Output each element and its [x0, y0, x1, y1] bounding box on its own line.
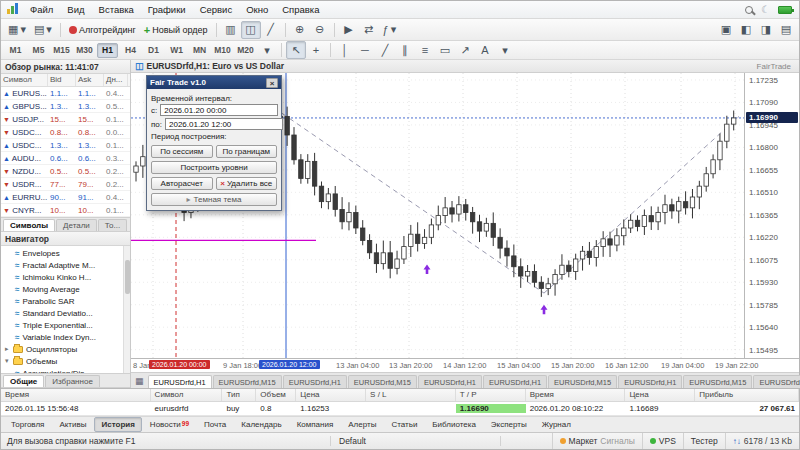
autoscroll-button[interactable]: ▶	[339, 21, 359, 39]
timeframe-M15[interactable]: M15	[51, 43, 72, 58]
tree-item-indicator[interactable]: ≈Accumulation/Dis...	[1, 367, 130, 373]
mw-col-0[interactable]: Символ	[1, 74, 48, 86]
chart-tab[interactable]: EURUSDrfd,H1	[753, 375, 800, 388]
tbx-col-5[interactable]: S / L	[366, 389, 456, 401]
timeframe-H1[interactable]: H1	[97, 43, 118, 58]
chart-tab[interactable]: EURUSDrfd,M15	[683, 375, 752, 388]
market-row[interactable]: ▲ AUDU...0.6...0.6...0.3...	[1, 152, 130, 165]
chart-tab[interactable]: EURUSDrfd,H1	[283, 375, 347, 388]
toolbox-tab-Компания[interactable]: Компания	[290, 417, 341, 432]
tree-item-indicator[interactable]: ≈Fractal Adaptive M...	[1, 259, 130, 271]
tree-item-indicator[interactable]: ≈Moving Average	[1, 283, 130, 295]
trendline-tool-button[interactable]: ╱	[375, 41, 395, 59]
twisty-icon[interactable]: ▸	[5, 345, 13, 353]
tbx-col-6[interactable]: T / P	[456, 389, 526, 401]
objects-dropdown-button[interactable]: ▾	[495, 41, 515, 59]
chart-tab[interactable]: EURUSDrfd,H1	[483, 375, 547, 388]
mw-tab-Детали[interactable]: Детали	[56, 219, 97, 231]
nav-tab-Избранное[interactable]: Избранное	[45, 375, 100, 387]
tile-windows-button[interactable]: ▣	[716, 21, 736, 39]
line-chart-mode-button[interactable]: ╱	[261, 21, 281, 39]
toolbox-tab-Эксперты[interactable]: Эксперты	[484, 417, 534, 432]
tester-status[interactable]: Тестер	[683, 433, 725, 449]
navigator-scrollbar[interactable]	[123, 246, 130, 373]
cursor-tool-button[interactable]: ↖	[286, 41, 306, 59]
chart-tab[interactable]: EURUSDrfd,M15	[348, 375, 417, 388]
tbx-col-4[interactable]: Цена	[296, 389, 366, 401]
text-tool-button[interactable]: A	[475, 41, 495, 59]
new-chart-button[interactable]: ▦▾	[4, 21, 30, 39]
windows-icon[interactable]: ▦	[135, 376, 144, 386]
tree-item-indicator[interactable]: ≈Triple Exponential...	[1, 319, 130, 331]
market-row[interactable]: ▼ USDR...77...79...0.2...	[1, 178, 130, 191]
to-date-input[interactable]	[165, 118, 283, 130]
market-row[interactable]: ▼ USDC...0.8...0.8...0.0...	[1, 126, 130, 139]
market-row[interactable]: ▲ USDC...1.3...1.3...0.1...	[1, 139, 130, 152]
dialog-titlebar[interactable]: Fair Trade v1.0 ×	[147, 76, 281, 89]
indicators-button[interactable]: ƒ▾	[379, 21, 401, 39]
mw-tab-То...[interactable]: То...	[98, 219, 127, 231]
arrows-tool-button[interactable]: ↗	[455, 41, 475, 59]
tbx-col-3[interactable]: Объем	[256, 389, 296, 401]
mw-col-1[interactable]: Bid	[48, 74, 76, 86]
tree-item-indicator[interactable]: ≈Standard Deviatio...	[1, 307, 130, 319]
chart-tab[interactable]: EURUSDrfd,M15	[548, 375, 617, 388]
market-row[interactable]: ▼ USDJP...15...15...0.1...	[1, 113, 130, 126]
vps-status[interactable]: VPS	[642, 433, 683, 449]
toolbox-tab-Алерты[interactable]: Алерты	[341, 417, 383, 432]
market-row[interactable]: ▲ GBPUS...1.3...1.3...0.5...	[1, 100, 130, 113]
market-row[interactable]: ▲ EURUS...1.1...1.1...0.4...	[1, 87, 130, 100]
autocalc-button[interactable]: Авторасчет	[151, 177, 213, 190]
tree-item-indicator[interactable]: ≈Parabolic SAR	[1, 295, 130, 307]
profile-name[interactable]: Default	[331, 436, 501, 446]
by-sessions-button[interactable]: По сессиям	[151, 145, 213, 158]
menu-item-Сервис[interactable]: Сервис	[193, 2, 240, 17]
delete-all-button[interactable]: ×Удалить все	[216, 177, 278, 190]
chart-title-tab[interactable]: ◫ EURUSDrfd,H1: Euro vs US Dollar	[135, 61, 284, 71]
tree-folder-Объемы[interactable]: ▾Объемы	[1, 355, 130, 367]
chart-shift-button[interactable]: ⇄	[359, 21, 379, 39]
theme-moon-icon[interactable]: ☾	[761, 4, 770, 15]
menu-item-Вставка[interactable]: Вставка	[92, 2, 141, 17]
candle-chart-mode-button[interactable]: ◫	[241, 21, 261, 39]
toolbox-tab-Календарь[interactable]: Календарь	[234, 417, 288, 432]
tile-horizontal-button[interactable]: ◧	[736, 21, 756, 39]
timeframe-M1[interactable]: M1	[5, 43, 26, 58]
menu-item-Вид[interactable]: Вид	[60, 2, 91, 17]
chart-tab[interactable]: EURUSDrfd,H1	[148, 375, 212, 388]
toolbox-tab-Статьи[interactable]: Статьи	[384, 417, 424, 432]
by-bounds-button[interactable]: По границам	[216, 145, 278, 158]
mw-tab-Символы[interactable]: Символы	[3, 219, 55, 231]
timeframe-M30[interactable]: M30	[74, 43, 95, 58]
timeframe-M5[interactable]: M5	[28, 43, 49, 58]
from-date-input[interactable]	[160, 104, 278, 116]
channel-tool-button[interactable]: ∥	[395, 41, 415, 59]
new-order-button[interactable]: +Новый ордер	[140, 21, 212, 39]
history-row[interactable]: 2026.01.15 15:56:48eurusdrfdbuy0.81.1625…	[1, 402, 799, 416]
vertical-line-tool-button[interactable]: │	[335, 41, 355, 59]
tbx-col-0[interactable]: Время	[1, 389, 151, 401]
twisty-icon[interactable]: ▾	[5, 357, 13, 365]
tbx-col-7[interactable]: Время	[526, 389, 626, 401]
bar-chart-mode-button[interactable]: ▥	[221, 21, 241, 39]
tbx-col-9[interactable]: Прибыль	[695, 389, 799, 401]
toolbox-tab-Почта[interactable]: Почта	[197, 417, 233, 432]
mw-col-3[interactable]: Дн...	[104, 74, 128, 86]
zoom-in-button[interactable]: ⊕	[290, 21, 310, 39]
algo-trading-button[interactable]: Алготрейдинг	[65, 21, 140, 39]
chart-tab[interactable]: EURUSDrfd,M15	[213, 375, 282, 388]
timeframe-M10[interactable]: M10	[212, 43, 233, 58]
close-icon[interactable]: ×	[266, 78, 278, 88]
toolbox-tab-Новости[interactable]: Новости99	[143, 417, 196, 432]
cascade-windows-button[interactable]: ▤	[776, 21, 796, 39]
build-levels-button[interactable]: Построить уровни	[151, 161, 277, 174]
market-row[interactable]: ▲ EURRU...90...91...0.4...	[1, 191, 130, 204]
fibonacci-tool-button[interactable]: ≡	[415, 41, 435, 59]
crosshair-tool-button[interactable]: +	[306, 41, 326, 59]
toolbox-tab-История[interactable]: История	[94, 417, 141, 432]
dark-theme-button[interactable]: ▸Темная тема	[151, 193, 277, 206]
timeframe-M20[interactable]: M20	[235, 43, 256, 58]
profiles-button[interactable]: ▤▾	[30, 21, 56, 39]
price-axis[interactable]: 1.16990 1.172351.170901.169451.168001.16…	[744, 73, 799, 358]
search-icon[interactable]	[745, 6, 753, 14]
